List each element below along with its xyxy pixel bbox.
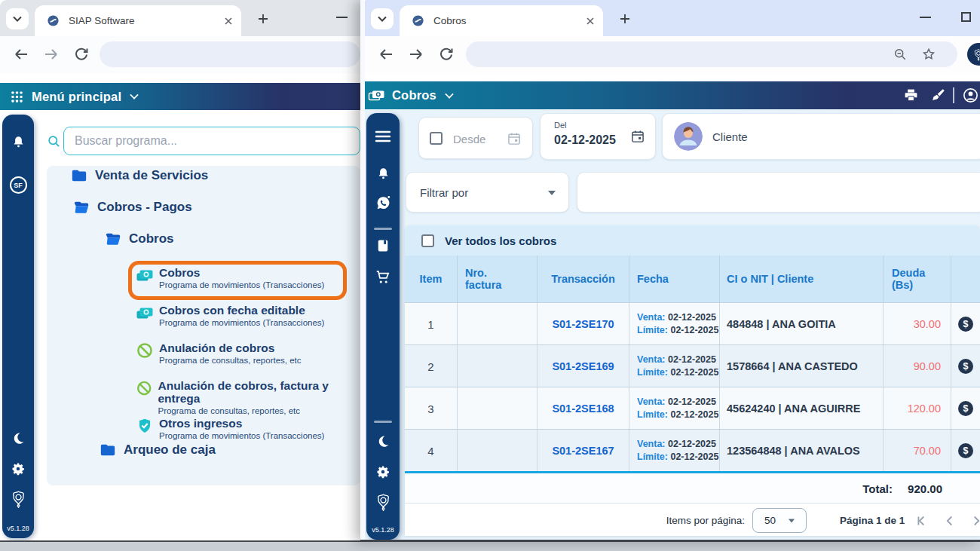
- calendar-icon[interactable]: [630, 129, 645, 144]
- cell-fecha: Venta: 02-12-2025 Límite: 02-12-2025: [629, 387, 720, 430]
- address-bar[interactable]: [100, 41, 360, 67]
- tree-program-otros-ingresos[interactable]: Otros ingresosPrograma de movimientos (T…: [136, 417, 324, 441]
- siap-logo-button[interactable]: [366, 493, 400, 511]
- tab-strip: Cobros: [360, 0, 980, 36]
- whatsapp-button[interactable]: [366, 194, 400, 212]
- user-icon[interactable]: [962, 87, 979, 104]
- browser-window-siap: SIAP Software Menú principal S: [0, 0, 360, 542]
- back-icon[interactable]: [12, 45, 30, 63]
- search-input[interactable]: [63, 127, 360, 155]
- sf-badge: SF: [10, 176, 27, 194]
- maximize-button[interactable]: [961, 12, 971, 22]
- tab-close-button[interactable]: [222, 14, 235, 28]
- tree-program-anulacion-factura-entrega[interactable]: Anulación de cobros, factura y entregaPr…: [136, 379, 360, 416]
- pay-button[interactable]: [958, 317, 973, 332]
- divider: [374, 421, 392, 423]
- tab-search-button[interactable]: [371, 8, 394, 29]
- address-bar[interactable]: [466, 41, 957, 67]
- tab-search-button[interactable]: [6, 8, 29, 29]
- forward-icon[interactable]: [407, 45, 425, 63]
- tree-folder-venta-servicios[interactable]: Venta de Servicios: [71, 167, 208, 184]
- prev-page-icon[interactable]: [942, 513, 958, 529]
- client-card[interactable]: Cliente: [662, 113, 980, 160]
- back-icon[interactable]: [377, 45, 395, 63]
- menu-button[interactable]: [366, 130, 400, 143]
- sf-badge-button[interactable]: SF: [2, 176, 34, 194]
- cell-actions: [951, 303, 980, 345]
- dark-mode-button[interactable]: [2, 431, 34, 445]
- divider: [374, 228, 392, 230]
- tree-folder-cobros[interactable]: Cobros: [105, 231, 174, 247]
- minimize-button[interactable]: [920, 17, 931, 18]
- new-tab-button[interactable]: [617, 11, 633, 27]
- paintbrush-icon[interactable]: [930, 87, 946, 103]
- filter-value-input[interactable]: [577, 172, 980, 213]
- tree-folder-arqueo-caja[interactable]: Arqueo de caja: [100, 442, 216, 458]
- siap-logo-button[interactable]: [2, 490, 34, 508]
- chevron-down-icon[interactable]: [445, 90, 453, 98]
- next-page-icon[interactable]: [968, 513, 980, 529]
- calendar-icon[interactable]: [507, 131, 522, 146]
- table-row: 3 S01-2SE168 Venta: 02-12-2025 Límite: 0…: [405, 387, 980, 429]
- notifications-button[interactable]: [2, 134, 34, 150]
- tree-program-cobros[interactable]: CobrosPrograma de movimientos (Transacci…: [136, 266, 324, 290]
- tab-close-button[interactable]: [583, 14, 597, 28]
- zoom-out-icon[interactable]: [893, 47, 908, 62]
- minimize-button[interactable]: [336, 17, 348, 18]
- date-from-checkbox[interactable]: [430, 132, 443, 145]
- reload-icon[interactable]: [437, 45, 455, 63]
- siap-logo-icon: [972, 48, 980, 61]
- date-from-card: Desde: [418, 117, 533, 159]
- tree-program-anulacion-cobros[interactable]: Anulación de cobrosPrograma de consultas…: [136, 341, 302, 366]
- cart-button[interactable]: [366, 268, 400, 285]
- reload-icon[interactable]: [72, 45, 90, 63]
- total-value: 920.00: [908, 482, 942, 495]
- date-to-value[interactable]: 02-12-2025: [554, 133, 616, 147]
- cell-nro-factura: [458, 430, 537, 472]
- transaction-link[interactable]: S01-2SE168: [537, 387, 629, 430]
- version-label: v5.1.28: [2, 525, 34, 532]
- transaction-link[interactable]: S01-2SE170: [537, 303, 629, 345]
- page-size-select[interactable]: 50: [752, 508, 807, 533]
- journal-button[interactable]: [366, 238, 400, 253]
- chevron-down-icon: [378, 16, 387, 22]
- tree-program-cobros-fecha-editable[interactable]: Cobros con fecha editablePrograma de mov…: [136, 304, 324, 328]
- gear-icon: [375, 464, 390, 479]
- chevron-down-icon: [548, 191, 556, 195]
- browser-toolbar: [360, 36, 980, 73]
- transaction-link[interactable]: S01-2SE169: [537, 345, 629, 387]
- date-from-label: Desde: [453, 133, 485, 145]
- printer-icon[interactable]: [903, 87, 919, 103]
- cell-actions: [951, 430, 980, 472]
- first-page-icon[interactable]: [914, 513, 930, 529]
- page-title: Cobros: [392, 88, 436, 103]
- tab-siap-software[interactable]: SIAP Software: [35, 5, 241, 36]
- bookmark-star-icon[interactable]: [921, 47, 936, 62]
- settings-button[interactable]: [2, 461, 34, 476]
- forward-icon[interactable]: [42, 45, 60, 63]
- client-avatar: [674, 122, 703, 151]
- page-size-value: 50: [764, 515, 776, 526]
- app-header: Menú principal: [0, 83, 360, 110]
- cell-actions: [951, 387, 980, 430]
- notifications-button[interactable]: [366, 166, 400, 182]
- pay-button[interactable]: [958, 443, 973, 458]
- profile-avatar[interactable]: [967, 43, 980, 66]
- browser-window-cobros: Cobros Cobros: [360, 0, 980, 542]
- settings-button[interactable]: [366, 464, 400, 479]
- tab-cobros[interactable]: Cobros: [400, 5, 603, 36]
- dark-mode-button[interactable]: [366, 434, 400, 448]
- tree-folder-cobros-pagos[interactable]: Cobros - Pagos: [73, 199, 192, 216]
- pay-button[interactable]: [958, 359, 973, 374]
- shield-check-icon: [136, 417, 154, 435]
- new-tab-button[interactable]: [255, 11, 271, 27]
- chevron-down-icon[interactable]: [130, 90, 139, 99]
- filter-by-select[interactable]: Filtrar por: [406, 172, 569, 213]
- select-all-checkbox[interactable]: [421, 234, 434, 247]
- transaction-link[interactable]: S01-2SE167: [537, 430, 629, 472]
- apps-grid-icon[interactable]: [10, 90, 24, 104]
- search-icon: [47, 134, 61, 148]
- cell-nro-factura: [458, 303, 537, 345]
- siap-favicon: [47, 14, 60, 27]
- pay-button[interactable]: [958, 401, 973, 416]
